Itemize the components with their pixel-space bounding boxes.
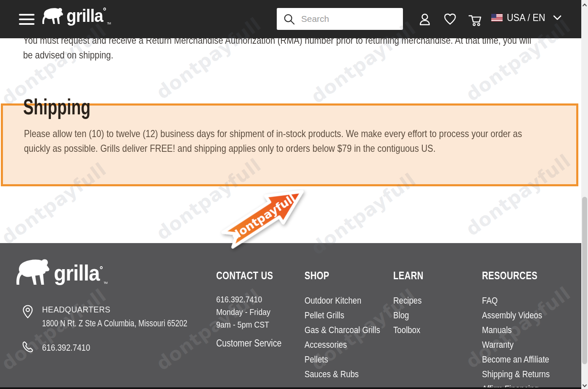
gorilla-icon xyxy=(16,257,52,288)
footer-phone: 616.392.7410 xyxy=(42,342,90,353)
cart-icon[interactable] xyxy=(468,13,482,29)
footer-link[interactable]: FAQ xyxy=(482,293,562,308)
footer-heading: SHOP xyxy=(305,269,374,282)
brand-wordmark: grilla°TM xyxy=(54,260,103,286)
search-icon xyxy=(283,13,295,25)
dontpayfull-arrow: dontpayfull xyxy=(220,189,329,252)
scrollbar-thumb[interactable] xyxy=(582,197,587,364)
footer-link[interactable]: Outdoor Kitchen xyxy=(305,293,394,308)
footer-link[interactable]: Recipes xyxy=(393,293,432,308)
footer-column-resources: RESOURCES FAQAssembly VideosManualsWarra… xyxy=(482,269,562,389)
header-logo[interactable]: grilla°TM xyxy=(42,6,109,26)
locale-selector[interactable]: USA / EN xyxy=(491,12,562,24)
chevron-down-icon xyxy=(553,15,562,21)
footer-link[interactable]: Blog xyxy=(393,308,432,323)
footer-link[interactable]: Warranty xyxy=(482,337,562,352)
window-bottom-edge xyxy=(0,387,581,389)
footer-heading: RESOURCES xyxy=(482,269,544,282)
footer-link[interactable]: Pellet Grills xyxy=(305,308,394,323)
page-title: Shipping xyxy=(23,94,90,119)
footer-link[interactable]: Accessories xyxy=(305,337,394,352)
footer-logo[interactable]: grilla°TM xyxy=(16,257,107,288)
footer-column-contact: CONTACT US 616.392.7410Monday - Friday9a… xyxy=(216,269,293,351)
footer-link[interactable]: Assembly Videos xyxy=(482,308,562,323)
search-input[interactable] xyxy=(301,8,398,30)
header: grilla°TM xyxy=(0,0,581,38)
footer-column-learn: LEARN RecipesBlogToolbox xyxy=(393,269,432,337)
footer-link[interactable]: Shipping & Returns xyxy=(482,367,562,381)
footer-heading: LEARN xyxy=(393,269,424,282)
headquarters-row: HEADQUARTERS 1800 N Rt. Z Ste A Columbia… xyxy=(22,304,228,329)
page: grilla°TM xyxy=(0,0,588,389)
footer-text: 9am - 5pm CST xyxy=(216,318,293,331)
footer-link[interactable]: Toolbox xyxy=(393,323,432,337)
footer-links: RecipesBlogToolbox xyxy=(393,293,432,337)
locale-label: USA / EN xyxy=(507,12,545,24)
footer-link[interactable]: Sauces & Rubs xyxy=(305,367,394,381)
scrollbar[interactable] xyxy=(581,0,588,389)
footer-column-shop: SHOP Outdoor KitchenPellet GrillsGas & C… xyxy=(305,269,394,381)
location-pin-icon xyxy=(22,304,34,329)
wishlist-icon[interactable] xyxy=(443,13,457,28)
footer-links: FAQAssembly VideosManualsWarrantyBecome … xyxy=(482,293,562,389)
headquarters-label: HEADQUARTERS xyxy=(42,304,209,315)
footer-link[interactable]: Become an Affiliate xyxy=(482,352,562,367)
footer-text: Monday - Friday xyxy=(216,306,293,318)
footer-link[interactable]: Gas & Charcoal Grills xyxy=(305,323,394,337)
menu-icon[interactable] xyxy=(19,14,34,25)
footer-link[interactable]: Pellets xyxy=(305,352,394,367)
footer-link[interactable]: Manuals xyxy=(482,323,562,337)
footer-links: 616.392.7410Monday - Friday9am - 5pm CST… xyxy=(216,293,293,351)
footer-link[interactable]: Customer Service xyxy=(216,336,293,351)
us-flag-icon xyxy=(491,14,503,21)
phone-row[interactable]: 616.392.7410 xyxy=(22,341,99,355)
phone-icon xyxy=(22,341,34,355)
gorilla-icon xyxy=(42,6,65,26)
footer-text: 616.392.7410 xyxy=(216,293,293,306)
account-icon[interactable] xyxy=(418,13,432,28)
shipping-paragraph: Please allow ten (10) to twelve (12) bus… xyxy=(24,127,588,156)
footer-links: Outdoor KitchenPellet GrillsGas & Charco… xyxy=(305,293,394,381)
scroll-down-icon[interactable] xyxy=(582,382,587,387)
brand-wordmark: grilla°TM xyxy=(66,6,106,26)
search-bar xyxy=(277,8,403,30)
headquarters-address: 1800 N Rt. Z Ste A Columbia, Missouri 65… xyxy=(42,318,187,329)
scroll-up-icon[interactable] xyxy=(582,2,587,7)
footer-heading: CONTACT US xyxy=(216,269,276,282)
